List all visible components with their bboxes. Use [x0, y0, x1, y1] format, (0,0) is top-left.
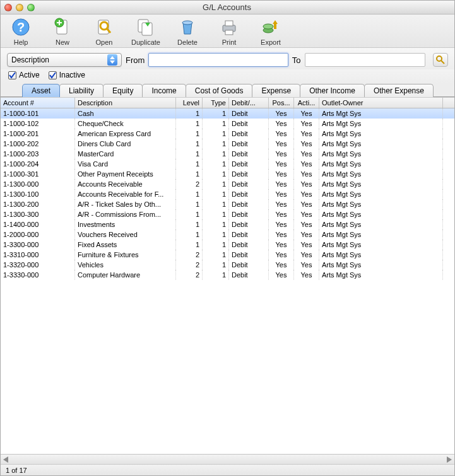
- filter-field-select[interactable]: Description: [7, 53, 122, 67]
- help-icon: ?: [11, 17, 31, 37]
- search-button[interactable]: [433, 53, 448, 67]
- window-title: G/L Accounts: [35, 3, 419, 12]
- print-button[interactable]: Print: [213, 17, 245, 46]
- cell-pos: Yes: [269, 240, 294, 250]
- to-input[interactable]: [305, 53, 426, 67]
- select-arrows-icon: [107, 54, 117, 66]
- from-input[interactable]: [148, 53, 288, 67]
- cell-owner: Arts Mgt Sys: [319, 119, 443, 129]
- table-row[interactable]: 1-1400-000Investments11DebitYesYesArts M…: [1, 219, 454, 229]
- cell-dc: Debit: [229, 209, 269, 219]
- table-row[interactable]: 1-1000-202Diners Club Card11DebitYesYesA…: [1, 139, 454, 149]
- cell-pos: Yes: [269, 250, 294, 260]
- cell-acct: 1-1300-300: [1, 209, 75, 219]
- cell-acct: 1-1000-101: [1, 108, 75, 119]
- svg-marker-20: [3, 456, 8, 463]
- cell-owner: Arts Mgt Sys: [319, 189, 443, 199]
- status-bar: 1 of 17: [1, 464, 454, 475]
- cell-dc: Debit: [229, 189, 269, 199]
- active-checkbox[interactable]: Active: [8, 71, 40, 79]
- cell-dc: Debit: [229, 260, 269, 270]
- cell-act: Yes: [294, 199, 319, 209]
- cell-owner: Arts Mgt Sys: [319, 219, 443, 229]
- table-row[interactable]: 1-1000-101Cash11DebitYesYesArts Mgt Sys: [1, 108, 454, 119]
- minimize-window-button[interactable]: [16, 4, 23, 11]
- toolbar-label: Export: [261, 38, 281, 46]
- cell-act: Yes: [294, 209, 319, 219]
- tab-cost-of-goods[interactable]: Cost of Goods: [186, 84, 253, 97]
- cell-dc: Debit: [229, 169, 269, 179]
- cell-acct: 1-1000-202: [1, 139, 75, 149]
- tab-expense[interactable]: Expense: [252, 84, 300, 97]
- cell-pos: Yes: [269, 270, 294, 280]
- tab-income[interactable]: Income: [142, 84, 186, 97]
- column-header[interactable]: Level: [176, 98, 203, 108]
- column-header[interactable]: Description: [75, 98, 176, 108]
- table-row[interactable]: 1-1000-203MasterCard11DebitYesYesArts Mg…: [1, 149, 454, 159]
- cell-dc: Debit: [229, 119, 269, 129]
- export-button[interactable]: Export: [254, 17, 287, 46]
- cell-act: Yes: [294, 108, 319, 119]
- horizontal-scrollbar[interactable]: [1, 454, 454, 464]
- table-row[interactable]: 1-3330-000Computer Hardware21DebitYesYes…: [1, 270, 454, 280]
- tab-liability[interactable]: Liability: [59, 84, 103, 97]
- help-button[interactable]: ?Help: [4, 17, 37, 46]
- table-row[interactable]: 1-1300-000Accounts Receivable21DebitYesY…: [1, 179, 454, 189]
- inactive-checkbox[interactable]: Inactive: [49, 71, 85, 79]
- column-header[interactable]: Account #: [1, 98, 75, 108]
- tab-equity[interactable]: Equity: [103, 84, 143, 97]
- cell-type: 1: [203, 270, 229, 280]
- record-counter: 1 of 17: [6, 467, 27, 474]
- cell-pos: Yes: [269, 129, 294, 139]
- svg-point-9: [182, 21, 192, 25]
- tab-asset[interactable]: Asset: [22, 84, 60, 97]
- cell-desc: Vouchers Received: [75, 229, 176, 240]
- table-row[interactable]: 1-3300-000Fixed Assets11DebitYesYesArts …: [1, 240, 454, 250]
- table-row[interactable]: 1-1000-204Visa Card11DebitYesYesArts Mgt…: [1, 159, 454, 169]
- cell-acct: 1-1000-102: [1, 119, 75, 129]
- table-row[interactable]: 1-3310-000Furniture & Fixtures21DebitYes…: [1, 250, 454, 260]
- cell-type: 1: [203, 219, 229, 229]
- scroll-left-icon[interactable]: [1, 455, 11, 464]
- cell-act: Yes: [294, 119, 319, 129]
- grid-body[interactable]: 1-1000-101Cash11DebitYesYesArts Mgt Sys1…: [1, 108, 454, 452]
- table-row[interactable]: 1-1300-200A/R - Ticket Sales by Oth...11…: [1, 199, 454, 209]
- table-row[interactable]: 1-1000-201American Express Card11DebitYe…: [1, 129, 454, 139]
- cell-owner: Arts Mgt Sys: [319, 179, 443, 189]
- zoom-window-button[interactable]: [27, 4, 35, 11]
- cell-pos: Yes: [269, 209, 294, 219]
- new-button[interactable]: New: [46, 17, 79, 46]
- cell-dc: Debit: [229, 229, 269, 240]
- table-row[interactable]: 1-1000-301Other Payment Receipts11DebitY…: [1, 169, 454, 179]
- duplicate-button[interactable]: Duplicate: [129, 17, 162, 46]
- cell-dc: Debit: [229, 179, 269, 189]
- column-header[interactable]: Type: [203, 98, 229, 108]
- cell-type: 1: [203, 169, 229, 179]
- cell-type: 1: [203, 260, 229, 270]
- close-window-button[interactable]: [4, 4, 12, 11]
- inactive-label: Inactive: [59, 71, 85, 79]
- tab-other-expense[interactable]: Other Expense: [364, 84, 434, 97]
- cell-dc: Debit: [229, 199, 269, 209]
- column-header[interactable]: Acti...: [294, 98, 319, 108]
- cell-act: Yes: [294, 270, 319, 280]
- cell-dc: Debit: [229, 159, 269, 169]
- column-header[interactable]: Outlet-Owner: [319, 98, 443, 108]
- table-row[interactable]: 1-1300-100Accounts Receivable for F...11…: [1, 189, 454, 199]
- cell-desc: Fixed Assets: [75, 240, 176, 250]
- table-row[interactable]: 1-3320-000Vehicles21DebitYesYesArts Mgt …: [1, 260, 454, 270]
- column-header[interactable]: Debit/...: [229, 98, 269, 108]
- scroll-right-icon[interactable]: [444, 455, 454, 464]
- cell-acct: 1-3310-000: [1, 250, 75, 260]
- export-icon: [261, 17, 281, 37]
- svg-marker-17: [110, 61, 115, 64]
- cell-acct: 1-2000-000: [1, 229, 75, 240]
- table-row[interactable]: 1-2000-000Vouchers Received11DebitYesYes…: [1, 229, 454, 240]
- svg-rect-12: [225, 30, 233, 35]
- table-row[interactable]: 1-1000-102Cheque/Check11DebitYesYesArts …: [1, 119, 454, 129]
- open-button[interactable]: Open: [88, 17, 121, 46]
- column-header[interactable]: Pos...: [269, 98, 294, 108]
- delete-button[interactable]: Delete: [171, 17, 204, 46]
- tab-other-income[interactable]: Other Income: [300, 84, 365, 97]
- table-row[interactable]: 1-1300-300A/R - Commissions From...11Deb…: [1, 209, 454, 219]
